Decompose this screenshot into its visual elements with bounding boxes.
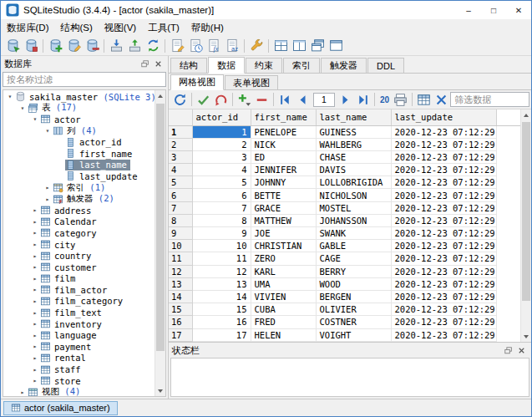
expander-collapsed-icon[interactable]: ▸: [30, 353, 40, 364]
row-header[interactable]: 10: [169, 240, 192, 252]
expander-collapsed-icon[interactable]: ▸: [30, 273, 40, 284]
tree-item-column-first-name[interactable]: first_name: [3, 148, 155, 160]
connect-database-button[interactable]: [3, 37, 22, 55]
minimize-button[interactable]: –: [456, 1, 481, 19]
cell[interactable]: 2: [192, 138, 251, 150]
tree-item-table-film-actor[interactable]: ▸film_actor: [3, 284, 155, 296]
cell[interactable]: 15: [192, 303, 251, 316]
cell[interactable]: 9: [192, 227, 251, 240]
row-header[interactable]: 14: [169, 290, 192, 303]
print-button[interactable]: [392, 91, 409, 109]
row-header[interactable]: 17: [169, 328, 192, 341]
cell[interactable]: NICHOLSON: [316, 189, 391, 201]
tree-item-table-address[interactable]: ▸address: [3, 205, 155, 216]
cell[interactable]: MATTHEW: [251, 214, 316, 226]
cell[interactable]: ED: [251, 150, 316, 163]
tree-item-views-folder[interactable]: ▸视图 (4): [3, 386, 155, 396]
scrollbar-track[interactable]: [155, 101, 165, 385]
clear-grid-button[interactable]: [433, 91, 450, 109]
cell[interactable]: 5: [192, 176, 251, 189]
row-header[interactable]: 5: [169, 176, 192, 189]
expander-collapsed-icon[interactable]: ▸: [30, 296, 40, 307]
cell[interactable]: BERRY: [316, 265, 391, 277]
tile-windows-horizontally-button[interactable]: [290, 37, 308, 55]
expander-collapsed-icon[interactable]: ▸: [30, 251, 40, 262]
tree-item-tables-folder[interactable]: ▾表 (17): [3, 103, 155, 114]
cell[interactable]: SWANK: [316, 227, 391, 240]
cell[interactable]: 2020-12-23 07:12:29: [391, 125, 496, 138]
row-header[interactable]: 12: [169, 265, 192, 277]
menu-item-structure[interactable]: 结构(S): [54, 19, 98, 36]
expander-collapsed-icon[interactable]: ▸: [30, 341, 40, 352]
cell[interactable]: JOHANSSON: [316, 214, 391, 226]
cell[interactable]: 2020-12-23 07:12:29: [391, 316, 496, 328]
tree-item-table-film-category[interactable]: ▸film_category: [3, 296, 155, 308]
tree-item-table-store[interactable]: ▸store: [3, 375, 155, 387]
mdi-tab-actor[interactable]: actor (sakila_master): [3, 401, 118, 415]
tab-structure[interactable]: 结构: [170, 58, 207, 73]
convert-database-button[interactable]: [144, 37, 162, 55]
expander-collapsed-icon[interactable]: ▸: [18, 387, 28, 396]
cell[interactable]: 12: [192, 265, 251, 277]
row-header[interactable]: 9: [169, 227, 192, 240]
tree-item-table-inventory[interactable]: ▸inventory: [3, 318, 155, 330]
cell[interactable]: JOE: [251, 227, 316, 240]
tree-item-column-last-name[interactable]: last_name: [3, 160, 155, 171]
cell[interactable]: NICK: [251, 138, 316, 150]
cell[interactable]: WOOD: [316, 277, 391, 290]
tab-indexes[interactable]: 索引: [283, 58, 320, 73]
total-rows-button[interactable]: 20: [377, 91, 392, 109]
tree-item-table-category[interactable]: ▸category: [3, 227, 155, 239]
cell[interactable]: VOIGHT: [316, 328, 391, 341]
cell[interactable]: 2020-12-23 07:12:29: [391, 164, 496, 176]
tree-filter-input[interactable]: [3, 72, 166, 87]
cell[interactable]: KARL: [251, 265, 316, 277]
menu-item-view[interactable]: 视图(V): [99, 19, 142, 36]
expander-expanded-icon[interactable]: ▾: [30, 114, 40, 125]
cell[interactable]: BERGEN: [316, 290, 391, 303]
cell[interactable]: CAGE: [316, 252, 391, 265]
tree-item-table-city[interactable]: ▸city: [3, 239, 155, 251]
cell[interactable]: 8: [192, 214, 251, 226]
cell[interactable]: 6: [192, 189, 251, 201]
tile-windows-button[interactable]: [271, 37, 290, 55]
tree-item-table-payment[interactable]: ▸payment: [3, 341, 155, 353]
row-header[interactable]: 2: [169, 138, 192, 150]
prev-page-button[interactable]: [294, 91, 312, 109]
scroll-up-button[interactable]: [521, 109, 531, 120]
add-database-button[interactable]: [46, 37, 64, 55]
cell[interactable]: 2020-12-23 07:12:29: [391, 290, 496, 303]
cell[interactable]: ZERO: [251, 252, 316, 265]
tree-item-columns-folder[interactable]: ▾列 (4): [3, 125, 155, 137]
tree-item-table-film[interactable]: ▸film: [3, 273, 155, 285]
column-header-first_name[interactable]: first_name: [251, 109, 316, 125]
cell[interactable]: 2020-12-23 07:12:29: [391, 189, 496, 201]
cell[interactable]: 2020-12-23 07:12:29: [391, 252, 496, 265]
cell[interactable]: PENELOPE: [251, 125, 316, 138]
cell[interactable]: 1: [192, 125, 251, 138]
row-header[interactable]: 3: [169, 150, 192, 163]
tab-triggers[interactable]: 触发器: [321, 58, 367, 73]
row-header[interactable]: 11: [169, 252, 192, 265]
restore-window-button[interactable]: [327, 37, 345, 55]
column-header-actor_id[interactable]: actor_id: [192, 109, 251, 125]
export-button[interactable]: [125, 37, 144, 55]
tree-item-column-last-update[interactable]: last_update: [3, 170, 155, 182]
cell[interactable]: 2020-12-23 07:12:29: [391, 227, 496, 240]
cell[interactable]: HELEN: [251, 328, 316, 341]
row-header[interactable]: 7: [169, 201, 192, 214]
cell[interactable]: 10: [192, 240, 251, 252]
cell[interactable]: MOSTEL: [316, 201, 391, 214]
cell[interactable]: 16: [192, 316, 251, 328]
cell[interactable]: 11: [192, 252, 251, 265]
expander-collapsed-icon[interactable]: ▸: [30, 318, 40, 329]
cell[interactable]: 14: [192, 290, 251, 303]
scrollbar-thumb[interactable]: [522, 122, 530, 301]
data-filter-input[interactable]: [450, 92, 529, 107]
column-header-last_name[interactable]: last_name: [316, 109, 391, 125]
remove-database-button[interactable]: [83, 37, 101, 55]
cell[interactable]: 3: [192, 150, 251, 163]
insert-row-button[interactable]: [236, 91, 253, 109]
cell[interactable]: 17: [192, 328, 251, 341]
cell[interactable]: GUINESS: [316, 125, 391, 138]
